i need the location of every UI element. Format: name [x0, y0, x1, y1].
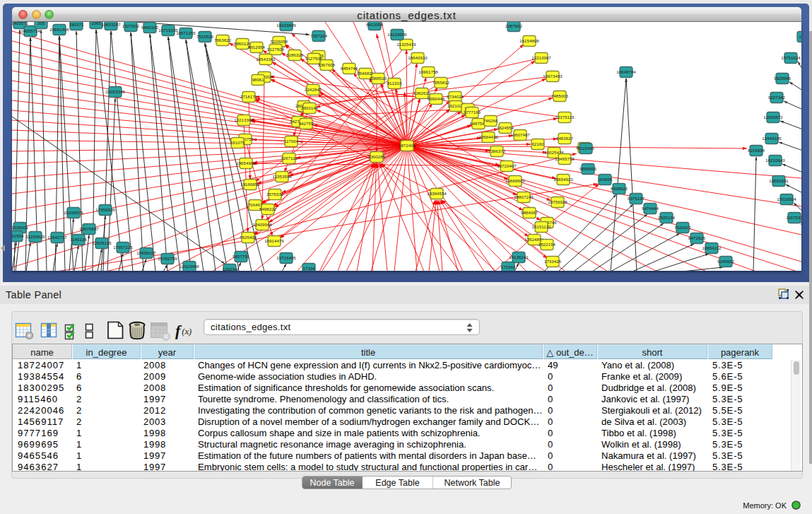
svg-text:7625402: 7625402: [240, 235, 257, 240]
svg-text:18640910: 18640910: [408, 55, 428, 60]
svg-text:1624554: 1624554: [497, 125, 514, 130]
svg-text:62160: 62160: [531, 141, 544, 146]
svg-text:9699695: 9699695: [579, 166, 597, 171]
svg-text:2603144: 2603144: [301, 105, 319, 110]
svg-text:15751024: 15751024: [781, 55, 801, 60]
svg-text:10654112: 10654112: [702, 245, 722, 250]
svg-text:20691406: 20691406: [49, 27, 69, 32]
svg-text:17016504: 17016504: [777, 197, 796, 201]
svg-text:10688609: 10688609: [505, 178, 525, 183]
svg-text:19756928: 19756928: [548, 199, 567, 204]
svg-text:16543362: 16543362: [256, 57, 276, 62]
svg-text:16671355: 16671355: [176, 30, 196, 35]
svg-text:205: 205: [37, 22, 45, 25]
svg-text:5498222: 5498222: [259, 206, 277, 211]
svg-text:6734024: 6734024: [447, 94, 464, 99]
svg-text:2087662: 2087662: [505, 23, 523, 28]
svg-text:9529966: 9529966: [774, 76, 792, 81]
svg-text:9657791: 9657791: [233, 254, 250, 259]
svg-text:12505135: 12505135: [92, 240, 112, 245]
svg-text:7632621: 7632621: [674, 225, 692, 230]
svg-text:3267110: 3267110: [281, 156, 298, 160]
svg-text:1527602: 1527602: [122, 23, 140, 28]
svg-text:1167533: 1167533: [786, 215, 801, 220]
svg-text:16033809: 16033809: [276, 23, 296, 28]
svg-text:2522154: 2522154: [539, 242, 556, 247]
svg-text:8215958: 8215958: [748, 148, 765, 153]
svg-text:5226058: 5226058: [271, 39, 288, 44]
svg-text:12923468: 12923468: [180, 264, 199, 269]
svg-text:12444195: 12444195: [762, 136, 782, 141]
svg-text:8471626: 8471626: [688, 235, 706, 240]
svg-text:11156829: 11156829: [26, 234, 45, 239]
svg-text:9227342: 9227342: [768, 95, 786, 100]
svg-text:2718170: 2718170: [240, 94, 258, 99]
svg-text:812203: 812203: [387, 81, 402, 86]
svg-text:10719155: 10719155: [158, 28, 178, 33]
svg-text:1588520: 1588520: [370, 76, 387, 81]
svg-text:10975887: 10975887: [79, 226, 99, 231]
svg-text:10653267: 10653267: [101, 22, 121, 27]
svg-text:3578332: 3578332: [266, 192, 284, 197]
svg-text:7386372: 7386372: [488, 148, 506, 153]
svg-text:1872400: 1872400: [399, 143, 416, 148]
svg-text:7663822: 7663822: [214, 37, 232, 42]
svg-text:2367608: 2367608: [318, 62, 336, 67]
svg-text:20053346: 20053346: [105, 89, 125, 94]
svg-text:14136141: 14136141: [509, 255, 529, 259]
svg-text:1065: 1065: [91, 22, 101, 25]
svg-text:19654985: 19654985: [236, 160, 256, 165]
svg-text:15720407: 15720407: [497, 163, 517, 168]
svg-text:2300285: 2300285: [368, 154, 386, 159]
svg-text:16154808: 16154808: [519, 38, 539, 43]
svg-text:117004: 117004: [284, 139, 299, 144]
svg-text:17334: 17334: [302, 266, 315, 271]
svg-text:12375115: 12375115: [555, 115, 575, 119]
svg-text:8186328: 8186328: [286, 52, 304, 57]
svg-text:2242845: 2242845: [305, 87, 322, 92]
svg-text:10607487: 10607487: [510, 132, 530, 137]
svg-text:7485003: 7485003: [551, 93, 569, 98]
svg-text:173342: 173342: [501, 264, 516, 269]
svg-text:11325419: 11325419: [396, 42, 416, 47]
svg-text:7515526: 7515526: [196, 34, 214, 39]
svg-text:13692991: 13692991: [769, 178, 789, 183]
svg-text:1405571: 1405571: [12, 22, 29, 25]
svg-text:6466160: 6466160: [141, 25, 159, 30]
svg-text:19384554: 19384554: [427, 191, 447, 196]
svg-text:12093872: 12093872: [763, 115, 783, 119]
svg-text:8813054: 8813054: [366, 22, 384, 27]
svg-text:7955812: 7955812: [433, 80, 450, 85]
svg-text:6379197: 6379197: [628, 196, 645, 201]
svg-text:164095: 164095: [598, 177, 613, 182]
svg-text:942755: 942755: [299, 121, 314, 126]
svg-text:9127508: 9127508: [305, 56, 323, 61]
svg-text:1362615: 1362615: [413, 90, 431, 95]
svg-text:9884067: 9884067: [521, 210, 539, 215]
svg-text:9474444: 9474444: [642, 206, 659, 211]
svg-text:9463627: 9463627: [556, 136, 574, 141]
svg-text:98961: 98961: [252, 77, 264, 82]
svg-text:7357224: 7357224: [310, 33, 328, 38]
svg-text:(x): (x): [182, 327, 192, 337]
svg-text:12213369: 12213369: [234, 117, 254, 122]
svg-text:1535001: 1535001: [12, 225, 29, 230]
svg-text:8990448: 8990448: [428, 96, 445, 101]
svg-text:2935134: 2935134: [658, 215, 676, 220]
svg-text:1112: 1112: [799, 34, 801, 39]
svg-text:8938923: 8938923: [611, 186, 628, 191]
svg-text:17957225: 17957225: [113, 245, 133, 250]
svg-text:19166852: 19166852: [240, 182, 260, 187]
svg-text:190371: 190371: [69, 22, 84, 27]
svg-text:1145134: 1145134: [70, 237, 87, 242]
svg-text:9245652: 9245652: [717, 259, 735, 264]
svg-text:15716485: 15716485: [276, 255, 296, 260]
svg-text:129234: 129234: [223, 267, 237, 271]
svg-text:9127509: 9127509: [267, 47, 285, 52]
svg-text:8912954: 8912954: [248, 45, 266, 49]
svg-text:16914479: 16914479: [264, 238, 284, 243]
svg-text:9115460: 9115460: [577, 146, 594, 151]
svg-text:18807249: 18807249: [514, 194, 534, 199]
svg-text:12942737: 12942737: [47, 235, 67, 240]
svg-text:13495758: 13495758: [555, 156, 575, 161]
